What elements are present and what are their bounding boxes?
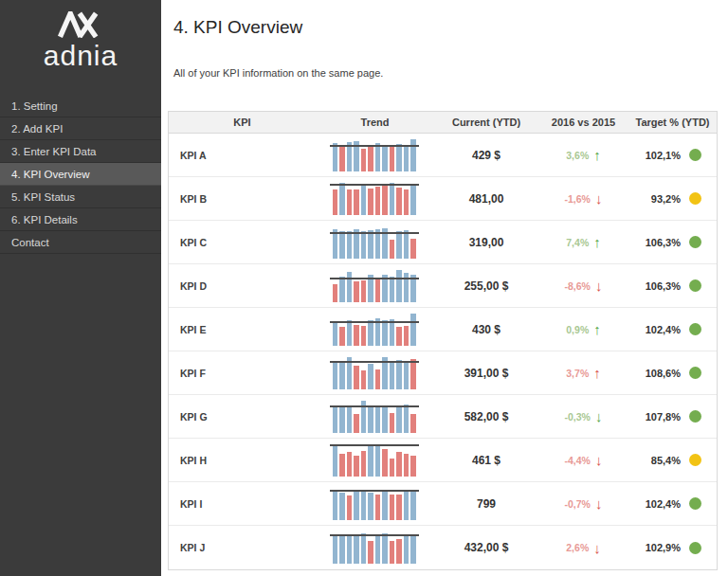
- trend-bar: [339, 277, 345, 302]
- trend-cell: [316, 401, 434, 433]
- trend-bar: [333, 284, 338, 302]
- target-value: 102,4%: [646, 324, 681, 335]
- trend-bar: [333, 492, 338, 520]
- kpi-label: KPI A: [169, 150, 316, 161]
- trend-bar: [347, 495, 353, 520]
- trend-bar: [368, 444, 373, 477]
- trend-bar: [368, 364, 373, 389]
- target-cell: 102,9%: [628, 542, 717, 554]
- trend-bar: [382, 145, 388, 171]
- change-value: 2,6%: [566, 542, 589, 553]
- trend-bar: [347, 452, 353, 477]
- target-cell: 102,1%: [628, 149, 717, 161]
- trend-bar: [382, 320, 388, 346]
- status-dot-green: [689, 236, 701, 248]
- trend-bar: [396, 495, 402, 520]
- trend-bar: [390, 541, 395, 564]
- trend-bar: [361, 149, 367, 171]
- trend-bar: [410, 414, 416, 433]
- status-dot-green: [689, 542, 701, 554]
- status-dot-green: [689, 323, 701, 335]
- trend-bar: [404, 230, 410, 259]
- change-cell: 3,7%↑: [538, 366, 628, 380]
- trend-bar: [404, 326, 410, 346]
- trend-bar: [382, 186, 388, 215]
- trend-sparkline: [333, 270, 418, 302]
- current-value: 429 $: [434, 149, 538, 162]
- change-value: 3,6%: [566, 150, 589, 161]
- trend-bar: [361, 185, 367, 215]
- table-row-kpi-h: KPI H461 $-4,4%↓85,4%: [169, 439, 717, 482]
- column-header-kpi: KPI: [169, 117, 316, 128]
- sidebar-item-4-kpi-overview[interactable]: 4. KPI Overview: [0, 163, 161, 186]
- trend-bar: [361, 490, 367, 520]
- trend-bar: [347, 272, 353, 302]
- change-value: 0,9%: [566, 324, 589, 335]
- trend-target-line: [330, 361, 419, 363]
- status-dot-yellow: [689, 192, 701, 205]
- trend-bar: [390, 413, 395, 433]
- trend-cell: [316, 314, 434, 346]
- change-arrow-up-icon: ↑: [593, 366, 601, 380]
- trend-cell: [316, 270, 434, 302]
- trend-bar: [339, 231, 345, 259]
- trend-bar: [339, 183, 345, 215]
- change-cell: -4,4%↓: [538, 453, 628, 467]
- target-value: 93,2%: [651, 193, 681, 205]
- sidebar: adnia 1. Setting2. Add KPI3. Enter KPI D…: [0, 0, 161, 576]
- trend-bar: [333, 321, 338, 346]
- trend-target-line: [330, 490, 419, 492]
- trend-target-line: [330, 184, 419, 186]
- trend-cell: [316, 444, 434, 477]
- change-cell: -0,3%↓: [538, 409, 628, 423]
- trend-bar: [347, 320, 353, 346]
- trend-bar: [333, 536, 338, 564]
- trend-bar: [410, 491, 416, 520]
- change-arrow-up-icon: ↑: [593, 235, 601, 249]
- kpi-label: KPI D: [169, 280, 316, 292]
- target-value: 106,3%: [646, 280, 681, 292]
- trend-bar: [396, 231, 402, 259]
- kpi-label: KPI J: [169, 542, 316, 553]
- change-cell: -0,7%↓: [538, 496, 628, 511]
- column-header-target-ytd: Target % (YTD): [628, 117, 717, 128]
- sidebar-item-1-setting[interactable]: 1. Setting: [0, 95, 161, 117]
- status-dot-yellow: [689, 454, 701, 466]
- current-value: 391,00 $: [434, 367, 538, 380]
- change-value: 7,4%: [566, 237, 589, 248]
- table-row-kpi-e: KPI E430 $0,9%↑102,4%: [169, 308, 717, 351]
- sidebar-item-6-kpi-details[interactable]: 6. KPI Details: [0, 208, 161, 231]
- trend-cell: [316, 531, 434, 564]
- status-dot-green: [689, 367, 701, 379]
- table-row-kpi-c: KPI C319,007,4%↑106,3%: [169, 221, 717, 264]
- trend-bar: [354, 536, 359, 564]
- change-value: -1,6%: [565, 193, 591, 205]
- current-value: 430 $: [434, 323, 538, 336]
- sidebar-item-3-enter-kpi-data[interactable]: 3. Enter KPI Data: [0, 140, 161, 163]
- trend-bar: [404, 535, 410, 564]
- trend-bar: [390, 362, 395, 389]
- trend-bar: [390, 277, 395, 302]
- table-row-kpi-a: KPI A429 $3,6%↑102,1%: [169, 134, 717, 177]
- trend-bar: [333, 444, 338, 477]
- sidebar-item-2-add-kpi[interactable]: 2. Add KPI: [0, 117, 161, 140]
- trend-bar: [339, 362, 345, 389]
- change-arrow-down-icon: ↓: [595, 453, 603, 467]
- sidebar-item-5-kpi-status[interactable]: 5. KPI Status: [0, 186, 161, 208]
- kpi-table: KPITrendCurrent (YTD)2016 vs 2015Target …: [168, 111, 718, 570]
- trend-bar: [396, 405, 402, 433]
- change-arrow-down-icon: ↓: [595, 191, 603, 206]
- sidebar-item-contact[interactable]: Contact: [0, 231, 161, 254]
- trend-bar: [354, 456, 359, 477]
- trend-bar: [354, 325, 359, 346]
- trend-sparkline: [333, 488, 418, 520]
- trend-bar: [390, 240, 395, 259]
- trend-sparkline: [333, 401, 418, 433]
- target-cell: 102,4%: [628, 497, 717, 510]
- change-cell: 2,6%↓: [538, 541, 628, 555]
- page-title: 4. KPI Overview: [173, 17, 728, 38]
- trend-target-line: [330, 444, 419, 446]
- trend-bar: [361, 370, 367, 389]
- status-dot-green: [689, 497, 701, 510]
- target-cell: 102,4%: [628, 323, 717, 335]
